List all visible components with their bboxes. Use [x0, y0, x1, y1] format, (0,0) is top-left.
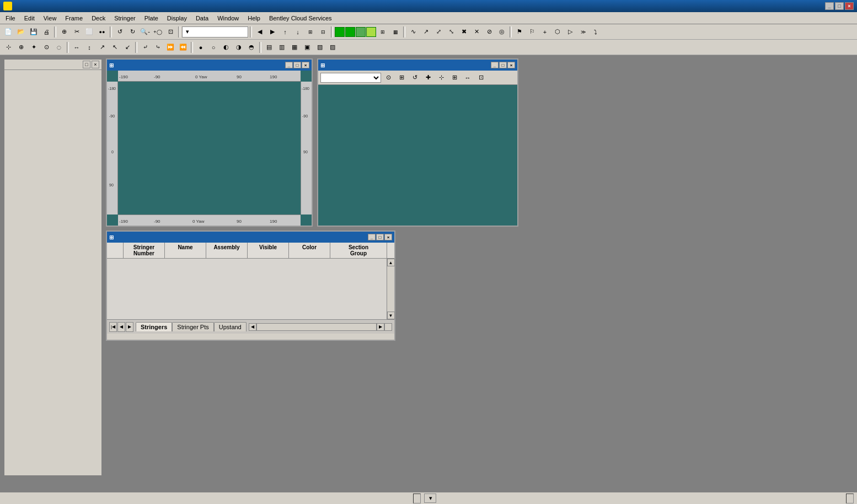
tab-stringer-pts[interactable]: Stringer Pts — [172, 322, 213, 331]
tool7[interactable]: ⊘ — [483, 26, 495, 38]
misc5[interactable]: ▧ — [314, 41, 326, 53]
snap5[interactable]: ◌ — [53, 41, 65, 53]
new-button[interactable]: 📄 — [2, 26, 14, 38]
edit4[interactable]: ⏪ — [177, 41, 189, 53]
zoom-out[interactable]: 🔍- — [139, 26, 151, 38]
part-dropdown[interactable] — [320, 73, 381, 83]
move5[interactable]: ↙ — [121, 41, 133, 53]
scroll-right-arrow[interactable]: ▶ — [377, 323, 384, 331]
rotate-left[interactable]: ↺ — [114, 26, 126, 38]
move3[interactable]: ↗ — [96, 41, 108, 53]
misc1[interactable]: ▤ — [263, 41, 275, 53]
menu-frame[interactable]: Frame — [61, 12, 87, 24]
part-tool5[interactable]: ⊹ — [435, 72, 447, 84]
menu-edit[interactable]: Edit — [20, 12, 39, 24]
tool5[interactable]: ✖ — [458, 26, 470, 38]
part-tool2[interactable]: ⊞ — [395, 72, 408, 84]
edit1[interactable]: ⤶ — [139, 41, 151, 53]
circ3[interactable]: ◐ — [220, 41, 232, 53]
circ4[interactable]: ◑ — [233, 41, 245, 53]
close-button[interactable]: × — [845, 2, 854, 10]
menu-plate[interactable]: Plate — [140, 12, 163, 24]
shape4[interactable]: ⤵ — [590, 26, 602, 38]
tab-stringers[interactable]: Stringers — [136, 322, 172, 331]
tool4[interactable]: ⤡ — [445, 26, 457, 38]
menu-bentley[interactable]: Bentley Cloud Services — [265, 12, 336, 24]
assembly-close-btn[interactable]: × — [92, 61, 99, 68]
perspective-dropdown[interactable]: ▾ — [182, 26, 248, 37]
menu-deck[interactable]: Deck — [87, 12, 110, 24]
plus-btn[interactable]: + — [539, 26, 551, 38]
part-tool4[interactable]: ✚ — [422, 72, 434, 84]
part-tool7[interactable]: ↔ — [462, 72, 474, 84]
part-close[interactable]: × — [507, 62, 515, 68]
part-viewport[interactable] — [318, 85, 517, 226]
circ1[interactable]: ● — [195, 41, 207, 53]
btn-t4[interactable]: ●● — [96, 26, 108, 38]
open-button[interactable]: 📂 — [15, 26, 27, 38]
flag1[interactable]: ⚑ — [513, 26, 526, 38]
part-tool6[interactable]: ⊞ — [448, 72, 460, 84]
view1[interactable]: ◀ — [254, 26, 266, 38]
circ5[interactable]: ◓ — [245, 41, 258, 53]
scroll-down-arrow[interactable]: ▼ — [387, 312, 395, 319]
edit3[interactable]: ⏩ — [164, 41, 176, 53]
part-maximize[interactable]: □ — [499, 62, 507, 68]
tab-first-btn[interactable]: |◀ — [109, 322, 117, 332]
shape2[interactable]: ▷ — [564, 26, 576, 38]
tool6[interactable]: ✕ — [470, 26, 483, 38]
btn-t1[interactable]: ⊕ — [58, 26, 70, 38]
btn-grid2[interactable]: ▦ — [389, 26, 401, 38]
save-button[interactable]: 💾 — [28, 26, 40, 38]
circ2[interactable]: ○ — [207, 41, 219, 53]
view3[interactable]: ↑ — [279, 26, 291, 38]
snap4[interactable]: ⊙ — [40, 41, 52, 53]
sign-in-button[interactable]: ▾ — [424, 494, 436, 503]
green-btn1[interactable] — [335, 27, 345, 37]
menu-stringer[interactable]: Stringer — [110, 12, 140, 24]
misc4[interactable]: ▣ — [301, 41, 313, 53]
assembly-float-btn[interactable]: □ — [83, 61, 90, 68]
menu-file[interactable]: File — [1, 12, 20, 24]
shape3[interactable]: ≫ — [577, 26, 589, 38]
tool1[interactable]: ∿ — [407, 26, 419, 38]
btn-t2[interactable]: ✂ — [71, 26, 83, 38]
snap2[interactable]: ⊕ — [15, 41, 27, 53]
data-close[interactable]: × — [384, 234, 392, 240]
tool8[interactable]: ◎ — [496, 26, 508, 38]
move1[interactable]: ↔ — [71, 41, 83, 53]
vertical-scrollbar[interactable]: ▲ ▼ — [387, 259, 394, 319]
menu-view[interactable]: View — [39, 12, 61, 24]
view-btn[interactable]: ⊡ — [164, 26, 176, 38]
tab-upstand[interactable]: Upstand — [214, 322, 247, 331]
tool3[interactable]: ⤢ — [432, 26, 444, 38]
part-minimize[interactable]: _ — [491, 62, 499, 68]
part-tool3[interactable]: ↺ — [409, 72, 421, 84]
misc6[interactable]: ▨ — [326, 41, 339, 53]
flag2[interactable]: ⚐ — [526, 26, 538, 38]
view2[interactable]: ▶ — [266, 26, 278, 38]
menu-help[interactable]: Help — [243, 12, 265, 24]
rotate-right[interactable]: ↻ — [126, 26, 138, 38]
green-btn4[interactable] — [366, 27, 376, 37]
green-btn2[interactable] — [345, 27, 355, 37]
snap1[interactable]: ⊹ — [2, 41, 14, 53]
view6[interactable]: ⊟ — [317, 26, 329, 38]
tab-next-btn[interactable]: ▶ — [126, 322, 133, 332]
data-minimize[interactable]: _ — [368, 234, 376, 240]
edit2[interactable]: ⤷ — [152, 41, 164, 53]
tool2[interactable]: ↗ — [420, 26, 432, 38]
view4[interactable]: ↓ — [292, 26, 304, 38]
menu-display[interactable]: Display — [163, 12, 191, 24]
green-btn3[interactable] — [356, 27, 366, 37]
perspective-maximize[interactable]: □ — [293, 62, 301, 68]
print-button[interactable]: 🖨 — [40, 26, 52, 38]
btn-grid[interactable]: ⊞ — [377, 26, 389, 38]
part-tool8[interactable]: ⊡ — [475, 72, 487, 84]
perspective-inner-viewport[interactable] — [118, 82, 301, 215]
tab-prev-btn[interactable]: ◀ — [117, 322, 125, 332]
scroll-up-arrow[interactable]: ▲ — [387, 259, 395, 266]
misc3[interactable]: ▦ — [288, 41, 301, 53]
view5[interactable]: ⊞ — [304, 26, 317, 38]
data-maximize[interactable]: □ — [376, 234, 384, 240]
